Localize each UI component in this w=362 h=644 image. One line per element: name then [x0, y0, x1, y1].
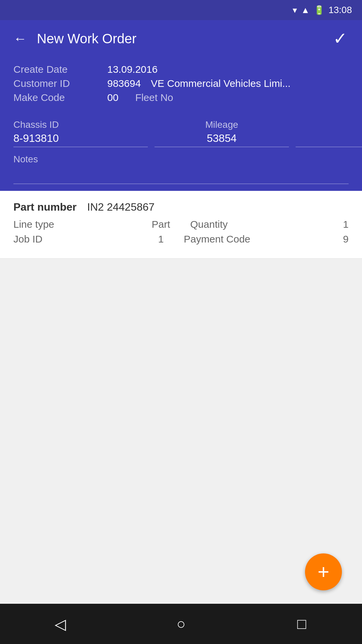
- add-fab-button[interactable]: +: [305, 553, 342, 590]
- mileage-input[interactable]: [155, 130, 289, 147]
- quantity-label: Quantity: [184, 219, 328, 230]
- status-time: 13:08: [328, 5, 352, 15]
- part-number-row: Part number IN2 24425867: [13, 201, 349, 213]
- chassis-id-label: Chassis ID: [13, 119, 148, 130]
- make-code-value: 00: [107, 92, 118, 103]
- job-id-value: 1: [158, 233, 164, 245]
- engine-hours-col: Engine Hours: [296, 119, 362, 147]
- main-content: [0, 259, 362, 527]
- plus-icon: +: [317, 562, 329, 582]
- nav-recent-button[interactable]: □: [288, 610, 315, 637]
- mileage-label: Mileage: [155, 119, 289, 130]
- payment-code-value: 9: [328, 233, 349, 245]
- engine-hours-label: Engine Hours: [296, 119, 362, 130]
- app-bar: ← New Work Order ✓: [0, 20, 362, 57]
- create-date-value: 13.09.2016: [107, 64, 158, 75]
- part-number-label: Part number: [13, 201, 87, 213]
- make-code-label: Make Code: [13, 92, 107, 103]
- job-id-label: Job ID: [13, 233, 158, 245]
- battery-icon: 🔋: [314, 5, 324, 15]
- create-date-label: Create Date: [13, 64, 107, 75]
- header-section: Create Date 13.09.2016 Customer ID 98369…: [0, 57, 362, 116]
- customer-id-row: Customer ID 983694 VE Commercial Vehicle…: [13, 78, 349, 89]
- page-title: New Work Order: [37, 31, 322, 46]
- part-number-value: IN2 24425867: [87, 201, 155, 213]
- fields-labels-row: Chassis ID Mileage Engine Hours: [13, 119, 349, 147]
- customer-name: VE Commercial Vehicles Limi...: [151, 78, 291, 89]
- fleet-no-label: Fleet No: [135, 92, 173, 103]
- line-type-label: Line type: [13, 219, 152, 230]
- chassis-col: Chassis ID: [13, 119, 148, 147]
- engine-hours-input[interactable]: [296, 130, 362, 147]
- bottom-nav: ◁ ○ □: [0, 604, 362, 644]
- payment-code-label: Payment Code: [177, 233, 328, 245]
- create-date-row: Create Date 13.09.2016: [13, 64, 349, 75]
- nav-back-button[interactable]: ◁: [47, 610, 74, 637]
- back-button[interactable]: ←: [10, 29, 30, 49]
- line-type-row: Line type Part Quantity 1: [13, 219, 349, 230]
- line-type-value: Part: [152, 219, 170, 230]
- nav-back-icon: ◁: [55, 615, 66, 633]
- mileage-col: Mileage: [155, 119, 289, 147]
- back-arrow-icon: ←: [13, 32, 27, 45]
- make-code-row: Make Code 00 Fleet No: [13, 92, 349, 103]
- status-bar: ▾ ▲ 🔋 13:08: [0, 0, 362, 20]
- signal-icon: ▲: [301, 5, 310, 15]
- notes-input[interactable]: [13, 167, 349, 184]
- status-icons: ▾ ▲ 🔋 13:08: [293, 5, 352, 15]
- nav-home-icon: ○: [177, 615, 186, 632]
- confirm-button[interactable]: ✓: [328, 27, 352, 50]
- nav-home-button[interactable]: ○: [168, 610, 194, 637]
- customer-id-value: 983694: [107, 78, 141, 89]
- chassis-id-input[interactable]: [13, 130, 148, 147]
- nav-recent-icon: □: [297, 615, 306, 632]
- wifi-icon: ▾: [293, 5, 297, 15]
- notes-section: Notes: [0, 151, 362, 191]
- job-id-row: Job ID 1 Payment Code 9: [13, 233, 349, 245]
- fields-section: Chassis ID Mileage Engine Hours: [0, 116, 362, 151]
- part-card: Part number IN2 24425867 Line type Part …: [0, 191, 362, 259]
- quantity-value: 1: [328, 219, 349, 230]
- customer-id-label: Customer ID: [13, 78, 107, 89]
- notes-label: Notes: [13, 154, 349, 165]
- check-icon: ✓: [333, 29, 347, 48]
